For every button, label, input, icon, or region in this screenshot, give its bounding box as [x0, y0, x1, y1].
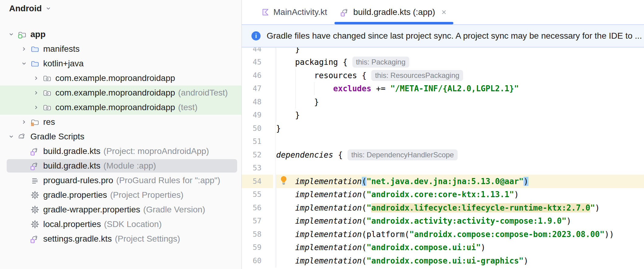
tree-item-manifests[interactable]: manifests: [0, 42, 241, 56]
gutter-separator: [273, 109, 276, 122]
code-line-44[interactable]: 44 }: [242, 47, 644, 56]
inlay-hint: this: ResourcesPackaging: [371, 70, 463, 81]
chevron-down-icon[interactable]: [20, 60, 28, 68]
editor-code-area[interactable]: 44 } 45 packaging {this: Packaging 46 re…: [242, 47, 644, 269]
gutter-separator: [273, 148, 276, 162]
tree-item-gradle-properties[interactable]: gradle.properties (Project Properties): [0, 188, 241, 202]
tree-item-label: gradle-wrapper.properties: [43, 205, 140, 215]
gear-icon: [30, 190, 40, 200]
close-icon[interactable]: [441, 9, 447, 16]
inlay-hint: this: Packaging: [352, 57, 409, 68]
tree-item-gradle-wrapper-properties[interactable]: gradle-wrapper.properties (Gradle Versio…: [0, 202, 241, 217]
tree-item-app[interactable]: app: [0, 27, 241, 42]
code-line-54[interactable]: 54 implementation("net.java.dev.jna:jna:…: [242, 175, 644, 188]
code-line-55[interactable]: 55 implementation("androidx.core:core-kt…: [242, 188, 644, 201]
line-number: 50: [242, 122, 273, 135]
tree-item-build-gradle-module-app[interactable]: build.gradle.kts (Module :app): [0, 159, 241, 173]
tree-item-label: com.example.moproandroidapp: [55, 73, 175, 83]
android-studio-window: Android app manifests kotlin+java: [0, 0, 644, 269]
usage-highlight: androidx.lifecycle:lifecycle-runtime-ktx…: [371, 203, 590, 212]
gutter-separator: [273, 201, 276, 215]
tree-item-description: (Project Settings): [115, 234, 180, 244]
code-line-50[interactable]: 50 }: [242, 122, 644, 135]
chevron-right-icon[interactable]: [32, 74, 40, 82]
resources-folder-icon: [30, 117, 40, 127]
text-file-icon: [30, 176, 40, 185]
code-line-51[interactable]: 51: [242, 135, 644, 148]
code-line-52[interactable]: 52 dependencies {this: DependencyHandler…: [242, 148, 644, 162]
gutter-separator: [273, 175, 276, 188]
chevron-down-icon[interactable]: [45, 5, 51, 12]
tree-item-label: com.example.moproandroidapp: [55, 103, 175, 112]
chevron-right-icon[interactable]: [32, 103, 40, 111]
line-number: 46: [242, 69, 273, 82]
tree-item-kotlin-java[interactable]: kotlin+java: [0, 56, 241, 71]
gradle-kts-file-icon: [30, 161, 40, 170]
tree-item-package-test[interactable]: com.example.moproandroidapp (test): [0, 100, 241, 115]
tree-item-label: app: [30, 30, 46, 39]
package-icon: [43, 88, 52, 97]
code-line-57[interactable]: 57 implementation("androidx.activity:act…: [242, 215, 644, 228]
tree-item-proguard-rules[interactable]: proguard-rules.pro (ProGuard Rules for "…: [0, 173, 241, 188]
folder-icon: [30, 44, 40, 54]
line-number: 45: [242, 56, 273, 69]
code-line-60[interactable]: 60 implementation("androidx.compose.ui:u…: [242, 254, 644, 267]
tab-label: MainActivity.kt: [273, 7, 327, 17]
tree-item-package-androidtest[interactable]: com.example.moproandroidapp (androidTest…: [0, 86, 241, 100]
gear-icon: [30, 220, 40, 229]
tree-item-description: (androidTest): [178, 88, 228, 98]
code-line-48[interactable]: 48 }: [242, 95, 644, 109]
gutter-separator: [273, 228, 276, 241]
code-line-53[interactable]: 53: [242, 162, 644, 175]
tree-item-label: manifests: [43, 44, 80, 54]
chevron-right-icon[interactable]: [20, 118, 28, 126]
line-number: 54: [242, 175, 273, 188]
tab-build-gradle-kts-app[interactable]: build.gradle.kts (:app): [334, 0, 454, 24]
project-tool-window: Android app manifests kotlin+java: [0, 0, 242, 269]
package-icon: [43, 103, 52, 112]
code-line-49[interactable]: 49 }: [242, 109, 644, 122]
tree-item-package-main[interactable]: com.example.moproandroidapp: [0, 71, 241, 86]
project-view-selector[interactable]: Android: [0, 0, 241, 17]
tree-item-gradle-scripts[interactable]: Gradle Scripts: [0, 129, 241, 144]
tree-item-local-properties[interactable]: local.properties (SDK Location): [0, 217, 241, 232]
editor-tab-bar: MainActivity.kt build.gradle.kts (:app): [242, 0, 644, 24]
gutter-separator: [273, 47, 276, 56]
tree-item-description: (test): [178, 103, 198, 112]
tree-item-label: settings.gradle.kts: [43, 234, 112, 244]
chevron-right-icon[interactable]: [32, 89, 40, 97]
gutter-separator: [273, 69, 276, 82]
code-line-47[interactable]: 47 excludes += "/META-INF/{AL2.0,LGPL2.1…: [242, 82, 644, 96]
inlay-hint: this: DependencyHandlerScope: [348, 149, 458, 160]
module-folder-icon: [18, 30, 27, 39]
chevron-down-icon[interactable]: [7, 30, 15, 38]
gutter-separator: [273, 254, 276, 267]
intention-bulb-icon[interactable]: [280, 176, 288, 187]
tree-item-label: local.properties: [43, 219, 101, 229]
info-icon: i: [251, 31, 261, 40]
tree-item-label: kotlin+java: [43, 59, 84, 68]
code-line-58[interactable]: 58 implementation(platform("androidx.com…: [242, 228, 644, 241]
line-number: 55: [242, 188, 273, 201]
tree-item-build-gradle-project[interactable]: build.gradle.kts (Project: moproAndroidA…: [0, 144, 241, 159]
gutter-separator: [273, 82, 276, 96]
chevron-right-icon[interactable]: [20, 45, 28, 53]
code-line-45[interactable]: 45 packaging {this: Packaging: [242, 56, 644, 69]
chevron-down-icon[interactable]: [7, 133, 15, 141]
line-number: 58: [242, 228, 273, 241]
folder-icon: [30, 59, 40, 68]
line-number: 51: [242, 135, 273, 148]
code-line-46[interactable]: 46 resources {this: ResourcesPackaging: [242, 69, 644, 82]
code-lines: 44 } 45 packaging {this: Packaging 46 re…: [242, 47, 644, 267]
banner-message: Gradle files have changed since last pro…: [267, 31, 642, 41]
tree-item-settings-gradle[interactable]: settings.gradle.kts (Project Settings): [0, 232, 241, 246]
gradle-elephant-icon: [18, 132, 27, 141]
tree-item-description: (Gradle Version): [143, 205, 205, 215]
code-line-56[interactable]: 56 implementation("androidx.lifecycle:li…: [242, 201, 644, 215]
gutter-separator: [273, 95, 276, 109]
tree-item-label: proguard-rules.pro: [43, 176, 113, 185]
line-number: 56: [242, 201, 273, 215]
code-line-59[interactable]: 59 implementation("androidx.compose.ui:u…: [242, 241, 644, 254]
tree-item-res[interactable]: res: [0, 115, 241, 129]
tab-mainactivity-kt[interactable]: MainActivity.kt: [254, 0, 334, 24]
